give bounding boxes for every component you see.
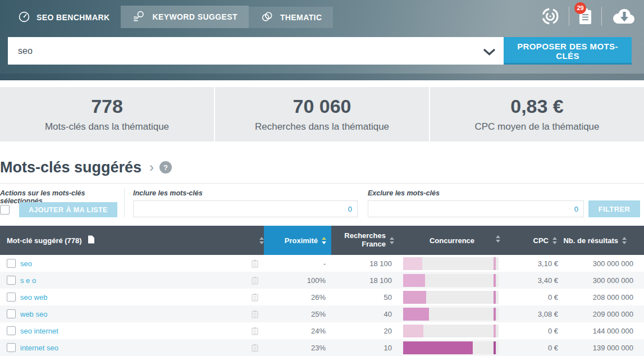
stat-label: Mots-clés dans la thématique — [0, 121, 214, 133]
clipboard-icon[interactable] — [252, 327, 258, 335]
results-column-label: Nb. de résultats — [563, 236, 618, 245]
keyword-search-input[interactable] — [8, 37, 504, 65]
clipboard-icon[interactable] — [252, 293, 258, 302]
competition-bar-fill — [403, 308, 429, 321]
tab-keyword-suggest[interactable]: KEYWORD SUGGEST — [121, 6, 248, 28]
results-value: 300 000 000 — [561, 272, 644, 289]
keyword-link[interactable]: internet seo — [20, 344, 58, 352]
keyword-list-icon[interactable]: 29 — [578, 8, 593, 25]
stat-value: 0,83 € — [430, 95, 644, 117]
competition-bar — [403, 291, 499, 304]
sort-arrows-icon[interactable] — [496, 235, 500, 243]
exclude-keywords-input[interactable] — [368, 201, 574, 217]
copy-page-icon[interactable] — [87, 235, 95, 246]
stat-average-cpc: 0,83 € CPC moyen de la thématique — [430, 87, 644, 142]
table-row: seo internet 24% 20 0 € 144 000 000 — [0, 322, 644, 339]
competition-bar-fill — [403, 257, 422, 270]
searches-value: 20 — [331, 322, 399, 339]
keyword-link[interactable]: seo web — [20, 293, 47, 302]
results-value: 209 000 000 — [561, 305, 644, 322]
column-header-keyword[interactable]: Mot-clé suggéré (778) — [0, 226, 264, 255]
table-body: seo - 18 100 3,10 € 300 000 000 — [0, 255, 644, 356]
competition-bar — [403, 257, 499, 270]
table-row: seo - 18 100 3,10 € 300 000 000 — [0, 255, 644, 272]
section-header: Mots-clés suggérés › ? — [0, 157, 644, 177]
competition-cell — [399, 255, 505, 272]
searches-value: 10 — [331, 339, 399, 356]
table-row: internet seo 23% 10 0 € 139 000 000 — [0, 339, 644, 356]
competition-cell — [399, 305, 505, 322]
searches-value: 18 100 — [331, 272, 399, 289]
clipboard-icon[interactable] — [252, 259, 258, 268]
proximity-value: - — [264, 255, 331, 272]
cpc-value: 3,10 € — [505, 255, 561, 272]
table-row: seo web 26% 50 0 € 208 000 000 — [0, 289, 644, 305]
table-row: s e o 100% 18 100 3,40 € 300 000 000 — [0, 272, 644, 289]
tab-thematic[interactable]: THEMATIC — [249, 7, 334, 28]
clipboard-icon[interactable] — [252, 276, 258, 285]
include-label: Inclure les mots-clés — [133, 189, 358, 197]
filter-button[interactable]: FILTRER — [588, 200, 640, 217]
competition-cell — [399, 272, 505, 289]
sort-arrows-icon[interactable] — [322, 237, 326, 244]
chevron-down-icon[interactable] — [483, 48, 496, 58]
propose-keywords-button[interactable]: PROPOSER DES MOTS-CLÉS — [504, 37, 632, 65]
proximity-value: 25% — [264, 305, 331, 322]
competition-bar — [403, 341, 499, 354]
selected-actions-group: Actions sur les mots-clés sélectionnés A… — [0, 188, 125, 217]
tab-label: SEO BENCHMARK — [36, 13, 109, 22]
searches-value: 18 100 — [331, 255, 399, 272]
gauge-icon — [18, 11, 30, 25]
clipboard-icon[interactable] — [252, 310, 258, 318]
tab-label: THEMATIC — [280, 13, 322, 22]
proximity-value: 24% — [264, 322, 331, 339]
topbar-actions: 29 — [540, 4, 636, 29]
row-checkbox[interactable] — [7, 309, 16, 318]
row-checkbox[interactable] — [7, 293, 16, 302]
cpc-value: 0 € — [505, 289, 561, 305]
sort-arrows-icon[interactable] — [622, 237, 627, 244]
add-to-list-button[interactable]: AJOUTER À MA LISTE — [19, 202, 117, 217]
results-value: 208 000 000 — [561, 289, 644, 305]
row-checkbox[interactable] — [7, 326, 16, 335]
help-icon[interactable]: ? — [159, 161, 172, 174]
row-checkbox[interactable] — [7, 276, 16, 285]
column-header-cpc[interactable]: CPC — [505, 226, 561, 255]
table-row: web seo 25% 40 3,08 € 209 000 000 — [0, 305, 644, 322]
competition-cell — [399, 289, 505, 305]
exclude-count: 0 — [574, 205, 583, 213]
row-checkbox[interactable] — [7, 259, 16, 268]
clipboard-icon[interactable] — [252, 344, 258, 352]
column-header-searches-france[interactable]: RecherchesFrance — [331, 226, 399, 255]
sort-arrows-icon[interactable] — [390, 237, 394, 244]
stat-value: 70 060 — [215, 95, 429, 117]
column-header-proximity[interactable]: Proximité — [264, 226, 331, 255]
tab-seo-benchmark[interactable]: SEO BENCHMARK — [7, 7, 121, 28]
cloud-download-icon[interactable] — [610, 7, 636, 26]
competition-bar-marker — [494, 325, 496, 337]
stat-label: CPC moyen de la thématique — [430, 121, 644, 133]
keyword-link[interactable]: seo — [20, 259, 32, 268]
include-keywords-input[interactable] — [134, 201, 348, 217]
column-header-results[interactable]: Nb. de résultats — [561, 226, 644, 255]
row-checkbox[interactable] — [7, 343, 16, 352]
sort-arrows-icon[interactable] — [552, 237, 557, 244]
searches-column-label: RecherchesFrance — [344, 232, 386, 249]
venn-diagram-icon — [260, 11, 274, 25]
competition-bar-marker — [494, 257, 496, 270]
keyword-search-row: PROPOSER DES MOTS-CLÉS — [0, 28, 644, 65]
proximity-value: 100% — [264, 272, 331, 289]
keyword-link[interactable]: seo internet — [20, 327, 58, 335]
goal-target-icon[interactable] — [540, 6, 560, 26]
topbar-divider — [569, 7, 569, 26]
select-all-checkbox[interactable] — [0, 205, 10, 214]
proximity-value: 26% — [264, 289, 331, 305]
keyword-link[interactable]: s e o — [20, 276, 36, 285]
sort-arrows-icon[interactable] — [259, 237, 264, 244]
competition-bar-marker — [494, 274, 496, 287]
competition-column-label: Concurrence — [430, 236, 474, 245]
column-header-competition[interactable]: Concurrence — [399, 226, 505, 255]
competition-bar-marker — [494, 308, 496, 321]
competition-bar-marker — [494, 341, 496, 354]
keyword-link[interactable]: web seo — [20, 310, 47, 318]
